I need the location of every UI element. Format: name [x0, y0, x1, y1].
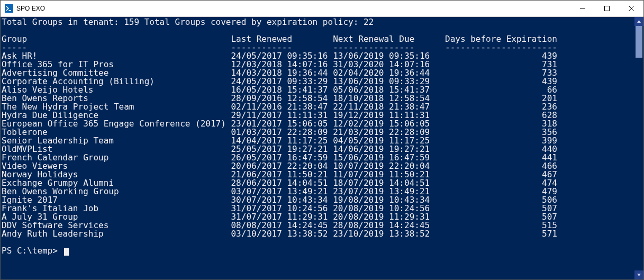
- scroll-track[interactable]: [634, 26, 643, 270]
- close-button[interactable]: [619, 1, 643, 16]
- client-area: Total Groups in tenant: 159 Total Groups…: [1, 17, 643, 279]
- prompt-line[interactable]: PS C:\temp>: [2, 247, 634, 255]
- titlebar[interactable]: SPO EXO: [1, 1, 643, 17]
- scroll-down-button[interactable]: [634, 270, 643, 279]
- svg-rect-2: [605, 6, 610, 11]
- cursor: [64, 248, 69, 256]
- window-title: SPO EXO: [16, 5, 45, 12]
- vertical-scrollbar[interactable]: [634, 17, 643, 279]
- scroll-thumb[interactable]: [636, 26, 642, 58]
- minimize-button[interactable]: [570, 1, 595, 16]
- powershell-window: SPO EXO Total Groups in tenant: 159 Tota…: [0, 0, 644, 280]
- powershell-icon: [5, 4, 13, 13]
- maximize-button[interactable]: [595, 1, 619, 16]
- scroll-up-button[interactable]: [634, 17, 643, 26]
- console-output[interactable]: Total Groups in tenant: 159 Total Groups…: [1, 17, 634, 279]
